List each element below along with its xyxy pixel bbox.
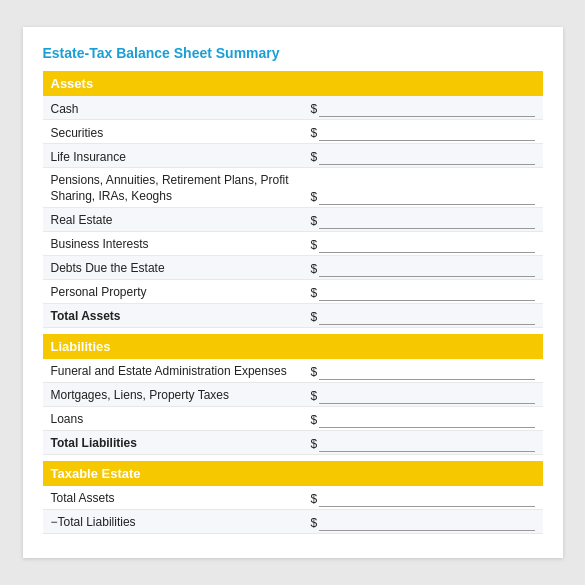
balance-sheet-card: Estate-Tax Balance Sheet Summary AssetsC…	[23, 27, 563, 557]
input-assets-8[interactable]	[319, 309, 534, 325]
section-header-liabilities: Liabilities	[43, 334, 543, 359]
input-assets-7[interactable]	[319, 285, 534, 301]
input-taxable-estate-1[interactable]	[319, 515, 534, 531]
row-value-liabilities-0: $	[311, 364, 535, 380]
row-assets-3: Pensions, Annuities, Retirement Plans, P…	[43, 168, 543, 207]
row-value-taxable-estate-1: $	[311, 515, 535, 531]
row-label-assets-4: Real Estate	[51, 213, 311, 229]
input-assets-5[interactable]	[319, 237, 534, 253]
row-value-assets-6: $	[311, 261, 535, 277]
row-value-assets-0: $	[311, 101, 535, 117]
section-header-assets: Assets	[43, 71, 543, 96]
input-assets-6[interactable]	[319, 261, 534, 277]
row-assets-7: Personal Property$	[43, 280, 543, 304]
dollar-sign-assets-7: $	[311, 286, 318, 301]
dollar-sign-taxable-estate-1: $	[311, 516, 318, 531]
row-label-liabilities-3: Total Liabilities	[51, 436, 311, 452]
row-label-assets-6: Debts Due the Estate	[51, 261, 311, 277]
row-liabilities-1: Mortgages, Liens, Property Taxes$	[43, 383, 543, 407]
dollar-sign-assets-0: $	[311, 102, 318, 117]
row-value-liabilities-3: $	[311, 436, 535, 452]
dollar-sign-liabilities-1: $	[311, 389, 318, 404]
row-taxable-estate-0: Total Assets$	[43, 486, 543, 510]
row-label-taxable-estate-1: −Total Liabilities	[51, 515, 311, 531]
dollar-sign-assets-3: $	[311, 190, 318, 205]
dollar-sign-assets-8: $	[311, 310, 318, 325]
dollar-sign-assets-4: $	[311, 214, 318, 229]
dollar-sign-liabilities-3: $	[311, 437, 318, 452]
row-assets-5: Business Interests$	[43, 232, 543, 256]
page-title: Estate-Tax Balance Sheet Summary	[43, 45, 543, 61]
row-label-assets-7: Personal Property	[51, 285, 311, 301]
row-value-assets-8: $	[311, 309, 535, 325]
row-label-liabilities-0: Funeral and Estate Administration Expens…	[51, 364, 311, 380]
row-label-assets-2: Life Insurance	[51, 150, 311, 166]
row-liabilities-3: Total Liabilities$	[43, 431, 543, 455]
row-value-assets-5: $	[311, 237, 535, 253]
row-value-assets-7: $	[311, 285, 535, 301]
row-assets-4: Real Estate$	[43, 208, 543, 232]
input-assets-1[interactable]	[319, 125, 534, 141]
row-liabilities-2: Loans$	[43, 407, 543, 431]
dollar-sign-assets-5: $	[311, 238, 318, 253]
input-assets-3[interactable]	[319, 189, 534, 205]
row-liabilities-0: Funeral and Estate Administration Expens…	[43, 359, 543, 383]
row-value-assets-3: $	[311, 189, 535, 205]
row-label-taxable-estate-0: Total Assets	[51, 491, 311, 507]
row-value-assets-1: $	[311, 125, 535, 141]
input-assets-2[interactable]	[319, 149, 534, 165]
input-liabilities-0[interactable]	[319, 364, 534, 380]
row-label-assets-0: Cash	[51, 102, 311, 118]
dollar-sign-taxable-estate-0: $	[311, 492, 318, 507]
input-liabilities-1[interactable]	[319, 388, 534, 404]
row-label-assets-3: Pensions, Annuities, Retirement Plans, P…	[51, 173, 311, 204]
row-assets-8: Total Assets$	[43, 304, 543, 328]
row-value-assets-2: $	[311, 149, 535, 165]
row-assets-0: Cash$	[43, 96, 543, 120]
input-liabilities-2[interactable]	[319, 412, 534, 428]
row-label-liabilities-2: Loans	[51, 412, 311, 428]
row-value-taxable-estate-0: $	[311, 491, 535, 507]
input-liabilities-3[interactable]	[319, 436, 534, 452]
dollar-sign-assets-6: $	[311, 262, 318, 277]
dollar-sign-liabilities-2: $	[311, 413, 318, 428]
dollar-sign-assets-2: $	[311, 150, 318, 165]
row-assets-6: Debts Due the Estate$	[43, 256, 543, 280]
row-value-liabilities-2: $	[311, 412, 535, 428]
row-label-assets-5: Business Interests	[51, 237, 311, 253]
input-assets-0[interactable]	[319, 101, 534, 117]
row-value-liabilities-1: $	[311, 388, 535, 404]
input-assets-4[interactable]	[319, 213, 534, 229]
row-label-liabilities-1: Mortgages, Liens, Property Taxes	[51, 388, 311, 404]
row-assets-1: Securities$	[43, 120, 543, 144]
section-header-taxable-estate: Taxable Estate	[43, 461, 543, 486]
input-taxable-estate-0[interactable]	[319, 491, 534, 507]
row-assets-2: Life Insurance$	[43, 144, 543, 168]
row-label-assets-1: Securities	[51, 126, 311, 142]
dollar-sign-assets-1: $	[311, 126, 318, 141]
dollar-sign-liabilities-0: $	[311, 365, 318, 380]
row-taxable-estate-1: −Total Liabilities$	[43, 510, 543, 534]
row-label-assets-8: Total Assets	[51, 309, 311, 325]
row-value-assets-4: $	[311, 213, 535, 229]
